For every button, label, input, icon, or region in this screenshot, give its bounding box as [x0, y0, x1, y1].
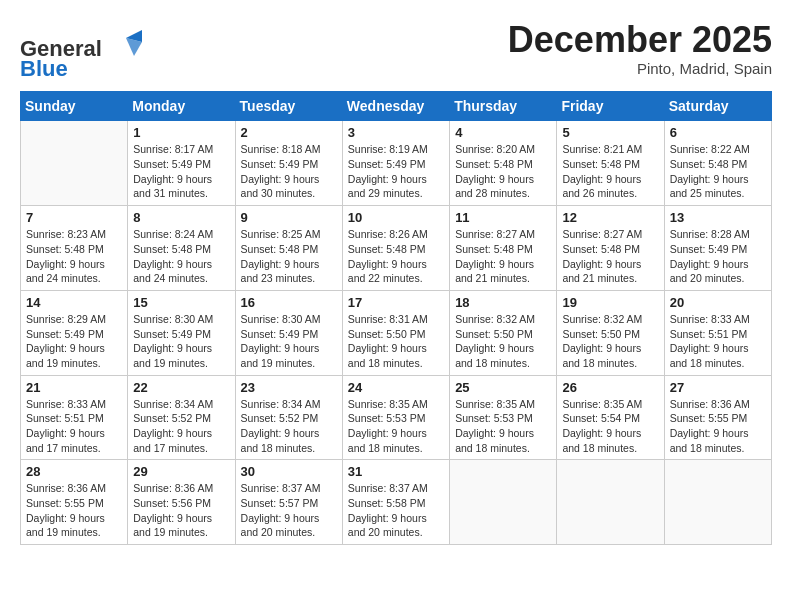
- day-cell: 10Sunrise: 8:26 AM Sunset: 5:48 PM Dayli…: [342, 206, 449, 291]
- day-info: Sunrise: 8:31 AM Sunset: 5:50 PM Dayligh…: [348, 312, 444, 371]
- weekday-wednesday: Wednesday: [342, 92, 449, 121]
- day-cell: 6Sunrise: 8:22 AM Sunset: 5:48 PM Daylig…: [664, 121, 771, 206]
- week-row-3: 14Sunrise: 8:29 AM Sunset: 5:49 PM Dayli…: [21, 290, 772, 375]
- day-cell: 22Sunrise: 8:34 AM Sunset: 5:52 PM Dayli…: [128, 375, 235, 460]
- calendar-table: SundayMondayTuesdayWednesdayThursdayFrid…: [20, 91, 772, 545]
- day-info: Sunrise: 8:32 AM Sunset: 5:50 PM Dayligh…: [455, 312, 551, 371]
- day-number: 11: [455, 210, 551, 225]
- day-number: 12: [562, 210, 658, 225]
- day-info: Sunrise: 8:34 AM Sunset: 5:52 PM Dayligh…: [241, 397, 337, 456]
- day-number: 6: [670, 125, 766, 140]
- day-info: Sunrise: 8:36 AM Sunset: 5:55 PM Dayligh…: [26, 481, 122, 540]
- day-cell: 21Sunrise: 8:33 AM Sunset: 5:51 PM Dayli…: [21, 375, 128, 460]
- day-number: 4: [455, 125, 551, 140]
- day-number: 7: [26, 210, 122, 225]
- day-number: 3: [348, 125, 444, 140]
- logo-blue: Blue: [20, 56, 68, 81]
- page-header: General Blue December 2025 Pinto, Madrid…: [20, 20, 772, 81]
- day-cell: 31Sunrise: 8:37 AM Sunset: 5:58 PM Dayli…: [342, 460, 449, 545]
- day-number: 2: [241, 125, 337, 140]
- day-number: 27: [670, 380, 766, 395]
- weekday-friday: Friday: [557, 92, 664, 121]
- day-info: Sunrise: 8:35 AM Sunset: 5:53 PM Dayligh…: [348, 397, 444, 456]
- day-info: Sunrise: 8:33 AM Sunset: 5:51 PM Dayligh…: [26, 397, 122, 456]
- day-number: 26: [562, 380, 658, 395]
- day-info: Sunrise: 8:30 AM Sunset: 5:49 PM Dayligh…: [241, 312, 337, 371]
- month-title: December 2025: [508, 20, 772, 60]
- day-cell: 27Sunrise: 8:36 AM Sunset: 5:55 PM Dayli…: [664, 375, 771, 460]
- week-row-2: 7Sunrise: 8:23 AM Sunset: 5:48 PM Daylig…: [21, 206, 772, 291]
- day-info: Sunrise: 8:23 AM Sunset: 5:48 PM Dayligh…: [26, 227, 122, 286]
- day-number: 17: [348, 295, 444, 310]
- week-row-5: 28Sunrise: 8:36 AM Sunset: 5:55 PM Dayli…: [21, 460, 772, 545]
- day-cell: [21, 121, 128, 206]
- day-info: Sunrise: 8:21 AM Sunset: 5:48 PM Dayligh…: [562, 142, 658, 201]
- day-cell: 13Sunrise: 8:28 AM Sunset: 5:49 PM Dayli…: [664, 206, 771, 291]
- logo: General Blue: [20, 20, 142, 81]
- day-info: Sunrise: 8:30 AM Sunset: 5:49 PM Dayligh…: [133, 312, 229, 371]
- day-info: Sunrise: 8:26 AM Sunset: 5:48 PM Dayligh…: [348, 227, 444, 286]
- weekday-saturday: Saturday: [664, 92, 771, 121]
- day-number: 10: [348, 210, 444, 225]
- day-number: 23: [241, 380, 337, 395]
- day-cell: 5Sunrise: 8:21 AM Sunset: 5:48 PM Daylig…: [557, 121, 664, 206]
- day-cell: 14Sunrise: 8:29 AM Sunset: 5:49 PM Dayli…: [21, 290, 128, 375]
- day-info: Sunrise: 8:29 AM Sunset: 5:49 PM Dayligh…: [26, 312, 122, 371]
- day-number: 13: [670, 210, 766, 225]
- day-number: 22: [133, 380, 229, 395]
- day-info: Sunrise: 8:19 AM Sunset: 5:49 PM Dayligh…: [348, 142, 444, 201]
- day-info: Sunrise: 8:27 AM Sunset: 5:48 PM Dayligh…: [455, 227, 551, 286]
- day-number: 20: [670, 295, 766, 310]
- day-info: Sunrise: 8:24 AM Sunset: 5:48 PM Dayligh…: [133, 227, 229, 286]
- day-cell: 7Sunrise: 8:23 AM Sunset: 5:48 PM Daylig…: [21, 206, 128, 291]
- day-cell: 20Sunrise: 8:33 AM Sunset: 5:51 PM Dayli…: [664, 290, 771, 375]
- day-info: Sunrise: 8:25 AM Sunset: 5:48 PM Dayligh…: [241, 227, 337, 286]
- day-number: 24: [348, 380, 444, 395]
- calendar-body: 1Sunrise: 8:17 AM Sunset: 5:49 PM Daylig…: [21, 121, 772, 545]
- day-cell: 4Sunrise: 8:20 AM Sunset: 5:48 PM Daylig…: [450, 121, 557, 206]
- day-info: Sunrise: 8:36 AM Sunset: 5:55 PM Dayligh…: [670, 397, 766, 456]
- logo-bird-icon: [106, 20, 142, 56]
- day-cell: 19Sunrise: 8:32 AM Sunset: 5:50 PM Dayli…: [557, 290, 664, 375]
- day-info: Sunrise: 8:36 AM Sunset: 5:56 PM Dayligh…: [133, 481, 229, 540]
- day-number: 30: [241, 464, 337, 479]
- day-number: 9: [241, 210, 337, 225]
- day-info: Sunrise: 8:37 AM Sunset: 5:57 PM Dayligh…: [241, 481, 337, 540]
- day-cell: 28Sunrise: 8:36 AM Sunset: 5:55 PM Dayli…: [21, 460, 128, 545]
- day-number: 21: [26, 380, 122, 395]
- weekday-sunday: Sunday: [21, 92, 128, 121]
- day-info: Sunrise: 8:37 AM Sunset: 5:58 PM Dayligh…: [348, 481, 444, 540]
- weekday-tuesday: Tuesday: [235, 92, 342, 121]
- day-cell: 3Sunrise: 8:19 AM Sunset: 5:49 PM Daylig…: [342, 121, 449, 206]
- day-number: 15: [133, 295, 229, 310]
- day-cell: 11Sunrise: 8:27 AM Sunset: 5:48 PM Dayli…: [450, 206, 557, 291]
- day-cell: 25Sunrise: 8:35 AM Sunset: 5:53 PM Dayli…: [450, 375, 557, 460]
- day-cell: [450, 460, 557, 545]
- day-info: Sunrise: 8:17 AM Sunset: 5:49 PM Dayligh…: [133, 142, 229, 201]
- week-row-1: 1Sunrise: 8:17 AM Sunset: 5:49 PM Daylig…: [21, 121, 772, 206]
- day-cell: 30Sunrise: 8:37 AM Sunset: 5:57 PM Dayli…: [235, 460, 342, 545]
- day-number: 19: [562, 295, 658, 310]
- day-number: 5: [562, 125, 658, 140]
- day-info: Sunrise: 8:33 AM Sunset: 5:51 PM Dayligh…: [670, 312, 766, 371]
- day-cell: 23Sunrise: 8:34 AM Sunset: 5:52 PM Dayli…: [235, 375, 342, 460]
- day-info: Sunrise: 8:20 AM Sunset: 5:48 PM Dayligh…: [455, 142, 551, 201]
- day-number: 18: [455, 295, 551, 310]
- day-cell: [664, 460, 771, 545]
- day-cell: 12Sunrise: 8:27 AM Sunset: 5:48 PM Dayli…: [557, 206, 664, 291]
- weekday-thursday: Thursday: [450, 92, 557, 121]
- location: Pinto, Madrid, Spain: [508, 60, 772, 77]
- day-cell: 17Sunrise: 8:31 AM Sunset: 5:50 PM Dayli…: [342, 290, 449, 375]
- day-number: 1: [133, 125, 229, 140]
- day-number: 8: [133, 210, 229, 225]
- day-cell: 16Sunrise: 8:30 AM Sunset: 5:49 PM Dayli…: [235, 290, 342, 375]
- day-info: Sunrise: 8:32 AM Sunset: 5:50 PM Dayligh…: [562, 312, 658, 371]
- day-cell: 2Sunrise: 8:18 AM Sunset: 5:49 PM Daylig…: [235, 121, 342, 206]
- day-cell: 29Sunrise: 8:36 AM Sunset: 5:56 PM Dayli…: [128, 460, 235, 545]
- day-cell: 24Sunrise: 8:35 AM Sunset: 5:53 PM Dayli…: [342, 375, 449, 460]
- day-info: Sunrise: 8:27 AM Sunset: 5:48 PM Dayligh…: [562, 227, 658, 286]
- day-number: 25: [455, 380, 551, 395]
- day-cell: 26Sunrise: 8:35 AM Sunset: 5:54 PM Dayli…: [557, 375, 664, 460]
- day-info: Sunrise: 8:22 AM Sunset: 5:48 PM Dayligh…: [670, 142, 766, 201]
- week-row-4: 21Sunrise: 8:33 AM Sunset: 5:51 PM Dayli…: [21, 375, 772, 460]
